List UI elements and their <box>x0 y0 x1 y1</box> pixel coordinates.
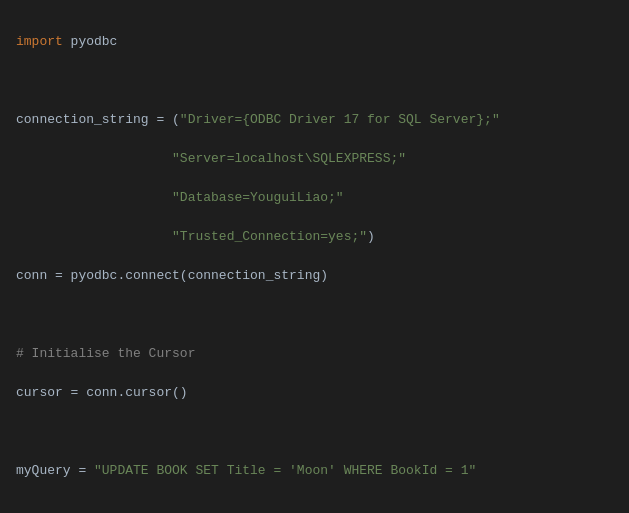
line-6: "Trusted_Connection=yes;") <box>16 227 613 247</box>
line-8 <box>16 305 613 325</box>
code-editor: import pyodbc connection_string = ("Driv… <box>16 12 613 513</box>
line-2 <box>16 71 613 91</box>
line-9: # Initialise the Cursor <box>16 344 613 364</box>
line-12: myQuery = "UPDATE BOOK SET Title = 'Moon… <box>16 461 613 481</box>
line-7: conn = pyodbc.connect(connection_string) <box>16 266 613 286</box>
line-3: connection_string = ("Driver={ODBC Drive… <box>16 110 613 130</box>
line-5: "Database=YouguiLiao;" <box>16 188 613 208</box>
line-10: cursor = conn.cursor() <box>16 383 613 403</box>
line-13 <box>16 500 613 514</box>
line-11 <box>16 422 613 442</box>
line-4: "Server=localhost\SQLEXPRESS;" <box>16 149 613 169</box>
line-1: import pyodbc <box>16 32 613 52</box>
